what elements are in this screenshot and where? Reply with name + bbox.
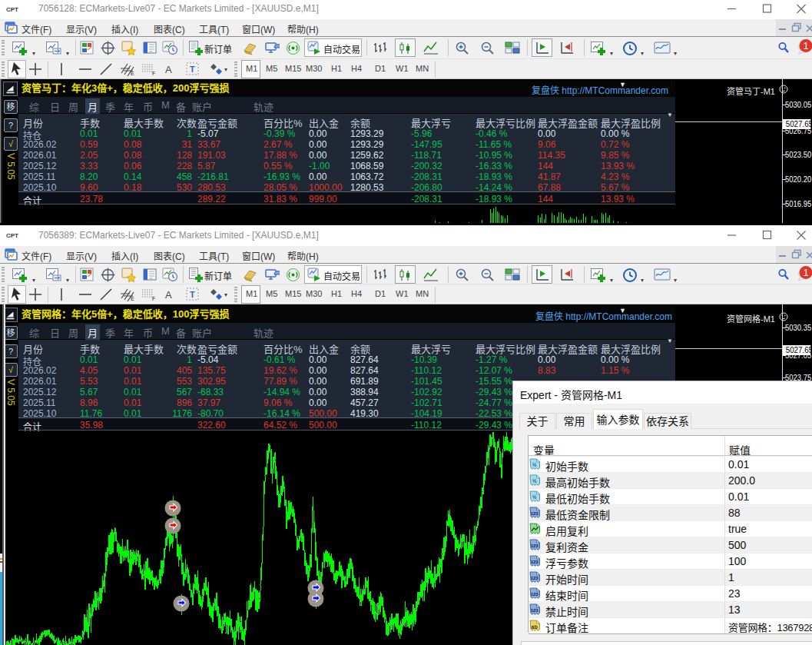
svg-text:T: T (190, 290, 195, 299)
svg-text:123: 123 (531, 511, 539, 516)
svg-text:123: 123 (531, 608, 539, 613)
svg-text:E: E (131, 296, 134, 301)
svg-text:123: 123 (531, 592, 539, 597)
svg-text:123: 123 (531, 560, 539, 564)
svg-text:½: ½ (532, 478, 537, 484)
svg-text:T: T (190, 65, 195, 74)
svg-text:½: ½ (532, 494, 537, 500)
svg-text:ab: ab (532, 624, 538, 630)
svg-text:1: 1 (803, 40, 808, 52)
svg-text:1: 1 (803, 267, 808, 278)
svg-text:F: F (152, 71, 155, 76)
svg-text:123: 123 (531, 544, 539, 548)
svg-text:F: F (152, 296, 155, 301)
svg-text:½: ½ (532, 462, 537, 467)
svg-text:123: 123 (531, 576, 539, 580)
svg-text:E: E (131, 71, 134, 76)
